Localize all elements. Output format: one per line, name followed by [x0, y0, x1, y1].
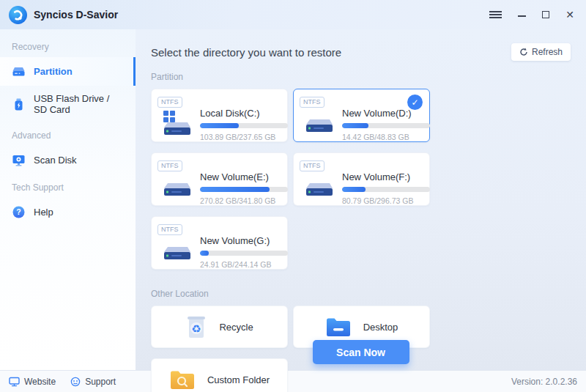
support-icon	[70, 377, 81, 387]
custom-folder-icon	[169, 369, 196, 391]
partition-name: Local Disk(C:)	[200, 108, 288, 119]
recycle-bin-icon: ♻	[185, 314, 207, 339]
sidebar-item-partition[interactable]: Partition	[0, 57, 136, 86]
capacity-bar	[200, 187, 288, 192]
partition-size: 80.79 GB/296.73 GB	[342, 196, 430, 205]
partition-size: 270.82 GB/341.80 GB	[200, 196, 288, 205]
location-card-custom-folder[interactable]: Custom Folder	[151, 358, 288, 392]
filesystem-badge: NTFS	[157, 160, 182, 171]
app-brand: Syncios D-Savior	[0, 6, 118, 24]
sidebar-item-label: Partition	[34, 66, 73, 77]
sidebar: Recovery Partition	[0, 29, 136, 370]
sidebar-section-advanced: Advanced	[0, 122, 136, 146]
filesystem-badge: NTFS	[157, 97, 182, 108]
support-link[interactable]: Support	[70, 377, 116, 387]
selected-check-icon: ✓	[407, 95, 423, 110]
partition-card[interactable]: NTFS New Volume(G:)	[151, 216, 288, 270]
partition-size: 103.89 GB/237.65 GB	[200, 133, 288, 141]
partition-grid: NTFS	[151, 89, 571, 270]
disk-icon	[303, 173, 334, 204]
svg-text:?: ?	[16, 207, 21, 216]
help-icon: ?	[12, 205, 26, 219]
sidebar-section-recovery: Recovery	[0, 34, 136, 57]
page-title: Select the directory you want to restore	[151, 46, 341, 59]
sidebar-item-label: Help	[34, 207, 53, 218]
refresh-label: Refresh	[532, 47, 563, 57]
disk-icon	[161, 173, 192, 204]
partition-name: New Volume(F:)	[342, 171, 430, 182]
partition-name: New Volume(G:)	[200, 235, 288, 246]
svg-text:♻: ♻	[192, 322, 201, 336]
disk-icon	[161, 237, 192, 267]
sidebar-item-help[interactable]: ? Help	[0, 198, 136, 226]
sidebar-item-label: Scan Disk	[34, 155, 77, 166]
sidebar-item-scan-disk[interactable]: Scan Disk	[0, 146, 136, 174]
sidebar-item-usb[interactable]: USB Flash Drive / SD Card	[0, 86, 136, 122]
main-panel: Select the directory you want to restore…	[136, 29, 586, 370]
app-window: Syncios D-Savior ✕ Recovery	[0, 0, 586, 392]
capacity-bar	[342, 187, 430, 192]
menu-icon[interactable]	[489, 10, 502, 20]
partition-card[interactable]: NTFS New Volume(E:)	[151, 152, 288, 206]
other-location-label: Other Location	[151, 289, 571, 299]
capacity-bar	[342, 123, 430, 128]
filesystem-badge: NTFS	[300, 97, 324, 108]
partition-card-selected[interactable]: NTFS ✓ New Volume(D:)	[293, 89, 430, 142]
filesystem-badge: NTFS	[157, 224, 182, 235]
website-icon	[9, 377, 20, 387]
scan-disk-icon	[12, 153, 26, 167]
sidebar-section-tech-support: Tech Support	[0, 174, 136, 198]
window-controls: ✕	[489, 10, 586, 20]
close-icon[interactable]: ✕	[565, 10, 574, 20]
website-link[interactable]: Website	[9, 377, 56, 387]
partition-size: 24.91 GB/244.14 GB	[200, 260, 288, 269]
desktop-folder-icon	[325, 316, 352, 338]
location-label: Custom Folder	[207, 374, 270, 385]
refresh-button[interactable]: Refresh	[511, 43, 571, 61]
refresh-icon	[519, 48, 528, 56]
system-disk-icon	[161, 109, 192, 140]
maximize-icon[interactable]	[542, 11, 549, 18]
minimize-icon[interactable]	[518, 12, 526, 17]
usb-drive-icon	[12, 97, 26, 111]
sidebar-item-label: USB Flash Drive / SD Card	[34, 93, 124, 115]
partition-card[interactable]: NTFS	[151, 89, 288, 142]
support-label: Support	[85, 377, 116, 387]
filesystem-badge: NTFS	[300, 160, 324, 171]
partition-name: New Volume(E:)	[200, 171, 288, 182]
website-label: Website	[24, 377, 56, 387]
partition-disk-icon	[12, 64, 26, 78]
app-logo-icon	[9, 6, 27, 24]
partition-section-label: Partition	[151, 72, 571, 82]
title-bar: Syncios D-Savior ✕	[0, 0, 586, 29]
partition-size: 14.42 GB/48.83 GB	[342, 133, 430, 141]
location-label: Recycle	[219, 322, 253, 333]
partition-card[interactable]: NTFS New Volume(F:)	[293, 152, 430, 206]
disk-icon	[303, 109, 334, 140]
scan-now-button[interactable]: Scan Now	[313, 340, 409, 364]
capacity-bar	[200, 123, 288, 128]
location-card-recycle[interactable]: ♻ Recycle	[151, 306, 288, 348]
location-label: Desktop	[363, 322, 398, 333]
app-title: Syncios D-Savior	[34, 9, 118, 21]
capacity-bar	[200, 251, 288, 256]
